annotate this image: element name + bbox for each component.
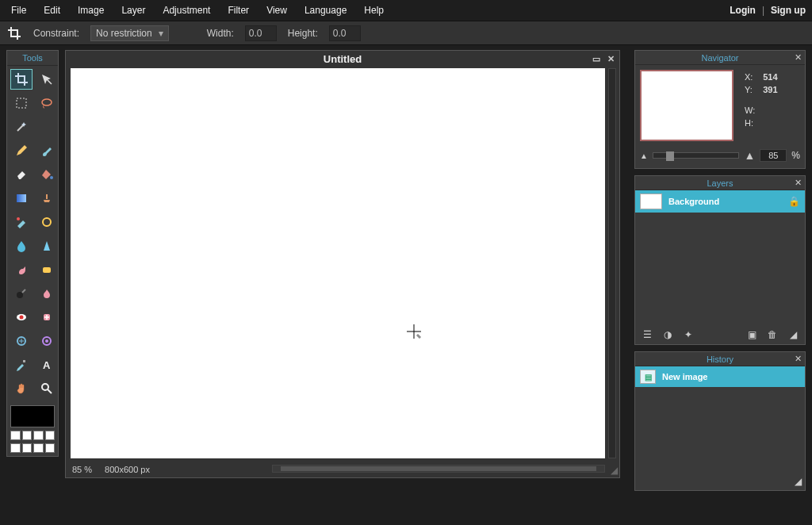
svg-rect-4 [46,194,48,199]
menu-adjustment[interactable]: Adjustment [163,5,210,16]
tool-bloat[interactable] [10,331,33,351]
menu-image[interactable]: Image [78,5,104,16]
width-label: Width: [207,28,234,39]
menu-layer[interactable]: Layer [121,5,145,16]
maximize-icon[interactable]: ▭ [591,53,602,64]
tool-empty [36,117,58,137]
navigator-title: Navigator [701,53,738,63]
palette-swatch[interactable] [22,431,33,440]
tool-color-replace[interactable] [10,212,33,232]
zoom-value: 85 [72,465,82,474]
menu-view[interactable]: View [266,5,287,16]
tools-panel-title: Tools [7,51,58,66]
tool-pencil[interactable] [10,140,33,161]
svg-rect-0 [17,98,26,108]
palette-swatch[interactable] [10,443,21,453]
tool-color-picker[interactable] [10,354,33,375]
canvas-dimensions: 800x600 px [105,465,150,474]
auth-separator: | [762,5,764,16]
navigator-panel: Navigator ✕ X:514 Y:391 W: H: ▲ [634,50,806,169]
add-mask-icon[interactable]: ◑ [661,328,675,341]
lock-icon[interactable]: 🔒 [788,196,800,207]
palette-swatch[interactable] [22,443,33,453]
palette-swatch[interactable] [45,431,56,440]
palette-swatch[interactable] [45,443,56,453]
tool-type[interactable]: A [36,354,58,375]
tool-sponge[interactable] [36,259,58,280]
menu-help[interactable]: Help [364,5,384,16]
tool-pinch[interactable] [36,331,58,351]
tool-wand[interactable] [10,117,33,137]
layer-item[interactable]: Background 🔒 [635,190,805,213]
svg-point-1 [42,99,52,105]
menu-filter[interactable]: Filter [228,5,249,16]
tool-red-eye[interactable] [10,307,33,328]
document-title: Untitled [324,53,362,65]
navigator-info: X:514 Y:391 W: H: [740,70,800,141]
zoom-slider[interactable] [653,152,740,159]
new-layer-icon[interactable]: ▣ [745,328,759,341]
palette-swatch[interactable] [33,443,44,453]
palette-swatch[interactable] [33,431,44,440]
resize-grip-icon[interactable]: ◢ [611,465,618,476]
canvas[interactable] [71,68,605,458]
signup-link[interactable]: Sign up [771,5,806,16]
width-input[interactable]: 0.0 [245,25,277,41]
constraint-select[interactable]: No restriction [90,25,169,41]
tool-marquee[interactable] [10,93,33,113]
layer-styles-icon[interactable]: ✦ [681,328,695,341]
tool-spot-heal[interactable] [36,307,58,328]
tool-sharpen[interactable] [36,236,58,256]
pct-label: % [791,150,800,161]
close-icon[interactable]: ✕ [605,53,616,64]
tool-zoom[interactable] [36,378,58,399]
svg-rect-15 [23,360,25,362]
tool-gradient[interactable] [10,188,33,209]
resize-grip-icon[interactable]: ◢ [786,328,800,341]
tool-smudge[interactable] [10,259,33,280]
menu-file[interactable]: File [11,5,26,16]
tool-crop[interactable] [10,69,33,90]
document-window: Untitled ▭ ✕ 85 % 800x600 px ◢ [65,50,620,478]
navigator-zoom-value[interactable]: 85 [760,149,787,162]
layers-panel: Layers ✕ Background 🔒 ☰ ◑ ✦ ▣ 🗑 [634,175,806,345]
tool-paint-bucket[interactable] [36,164,58,185]
zoom-in-icon[interactable]: ▲ [744,149,755,162]
tool-hand[interactable] [10,378,33,399]
palette-swatch[interactable] [10,431,21,440]
login-link[interactable]: Login [730,5,756,16]
close-icon[interactable]: ✕ [795,52,802,63]
close-icon[interactable]: ✕ [795,178,802,188]
tool-eraser[interactable] [10,164,33,185]
svg-point-6 [43,218,51,226]
horizontal-scrollbar[interactable] [272,465,605,473]
height-label: Height: [288,28,318,39]
resize-grip-icon[interactable]: ◢ [787,476,802,489]
menu-edit[interactable]: Edit [44,5,60,16]
tool-brush[interactable] [36,140,58,161]
constraint-label: Constraint: [33,28,79,39]
menu-language[interactable]: Language [304,5,347,16]
tool-blur[interactable] [10,236,33,256]
tool-clone-stamp[interactable] [36,188,58,209]
layer-settings-icon[interactable]: ☰ [640,328,654,341]
tool-dodge[interactable] [10,283,33,304]
foreground-color-swatch[interactable] [10,405,55,427]
close-icon[interactable]: ✕ [795,354,802,364]
history-item[interactable]: ▤ New image [635,366,805,387]
tool-drawing[interactable] [36,212,58,232]
navigator-thumbnail[interactable] [640,70,733,141]
svg-text:A: A [43,359,51,371]
delete-layer-icon[interactable]: 🗑 [765,328,779,341]
zoom-out-icon[interactable]: ▲ [640,151,648,160]
tool-burn[interactable] [36,283,58,304]
height-input[interactable]: 0.0 [329,25,361,41]
svg-point-14 [45,339,48,343]
history-title: History [707,354,733,364]
layer-thumbnail [640,194,662,209]
vertical-scrollbar[interactable] [608,68,616,458]
history-item-label: New image [662,372,707,381]
history-thumbnail-icon: ▤ [640,370,656,384]
tool-move[interactable] [36,69,58,90]
tool-lasso[interactable] [36,93,58,113]
